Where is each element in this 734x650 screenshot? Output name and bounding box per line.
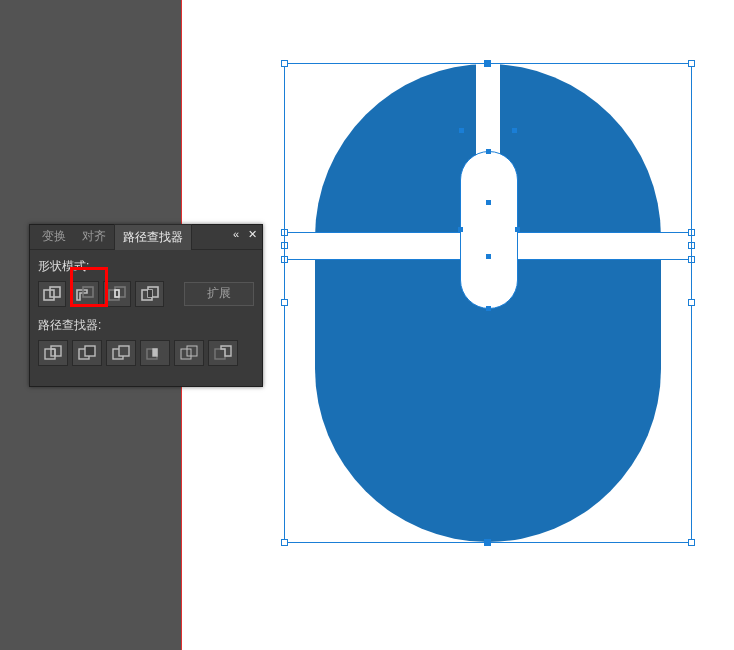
minus-front-button[interactable] <box>70 281 98 307</box>
merge-button[interactable] <box>106 340 136 366</box>
svg-rect-0 <box>44 290 54 300</box>
exclude-button[interactable] <box>135 281 163 307</box>
selection-bounding-box[interactable] <box>284 63 692 543</box>
tab-align[interactable]: 对齐 <box>74 224 114 249</box>
panel-collapse-icon[interactable]: « <box>228 227 244 241</box>
pathfinder-row <box>38 340 254 366</box>
svg-rect-21 <box>215 349 225 359</box>
anchor-point[interactable] <box>486 254 491 259</box>
trim-button[interactable] <box>72 340 102 366</box>
tab-transform[interactable]: 变换 <box>34 224 74 249</box>
selection-handle[interactable] <box>281 299 288 306</box>
svg-rect-5 <box>115 290 119 297</box>
divide-button[interactable] <box>38 340 68 366</box>
svg-rect-4 <box>115 287 125 297</box>
svg-rect-16 <box>119 346 129 356</box>
selection-handle[interactable] <box>688 299 695 306</box>
svg-rect-20 <box>187 346 197 356</box>
app-root: « ✕ 变换 对齐 路径查找器 形状模式: <box>0 0 734 650</box>
crop-button[interactable] <box>140 340 170 366</box>
svg-rect-1 <box>50 287 60 297</box>
anchor-point[interactable] <box>512 128 517 133</box>
selection-handle[interactable] <box>281 60 288 67</box>
anchor-point[interactable] <box>459 128 464 133</box>
selection-handle[interactable] <box>688 539 695 546</box>
svg-rect-10 <box>51 346 61 356</box>
anchor-point[interactable] <box>486 200 491 205</box>
pathfinder-ops-label: 路径查找器: <box>38 317 254 334</box>
svg-rect-3 <box>109 290 119 300</box>
unite-button[interactable] <box>38 281 66 307</box>
selection-handle[interactable] <box>688 60 695 67</box>
expand-button[interactable]: 扩展 <box>184 282 254 306</box>
panel-close-icon[interactable]: ✕ <box>244 227 260 241</box>
intersect-button[interactable] <box>103 281 131 307</box>
panel-body: 形状模式: 扩展 路径查找器: <box>30 250 262 386</box>
anchor-point[interactable] <box>485 540 490 545</box>
svg-rect-19 <box>181 349 191 359</box>
anchor-point[interactable] <box>485 61 490 66</box>
minus-back-button[interactable] <box>208 340 238 366</box>
svg-rect-14 <box>85 346 95 356</box>
selection-handle[interactable] <box>281 539 288 546</box>
svg-rect-2 <box>83 287 93 297</box>
shape-modes-label: 形状模式: <box>38 258 254 275</box>
shape-modes-row: 扩展 <box>38 281 254 307</box>
outline-button[interactable] <box>174 340 204 366</box>
pathfinder-panel[interactable]: « ✕ 变换 对齐 路径查找器 形状模式: <box>29 224 263 387</box>
svg-rect-8 <box>148 290 152 297</box>
svg-rect-9 <box>45 349 55 359</box>
svg-rect-18 <box>153 349 157 356</box>
tab-pathfinder[interactable]: 路径查找器 <box>114 224 192 250</box>
